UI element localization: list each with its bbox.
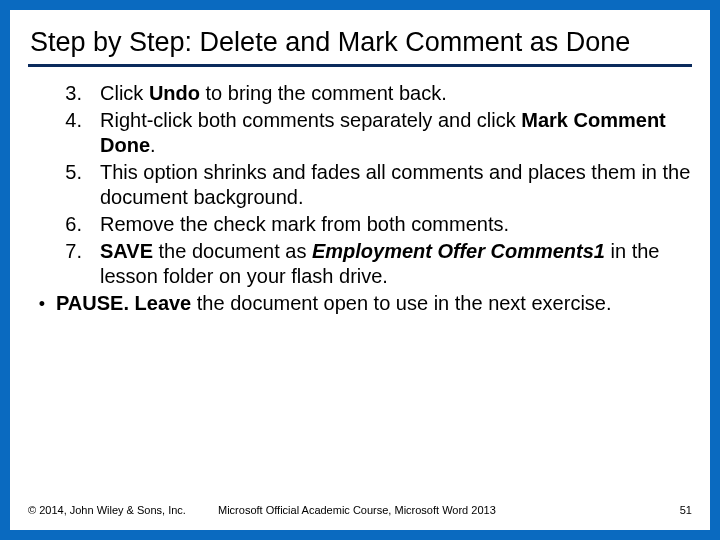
slide: Step by Step: Delete and Mark Comment as… — [0, 0, 720, 540]
step-number: 6. — [28, 212, 100, 237]
slide-title: Step by Step: Delete and Mark Comment as… — [30, 26, 690, 58]
footer-mid: Microsoft Official Academic Course, Micr… — [218, 504, 496, 516]
pause-text: PAUSE. Leave the document open to use in… — [56, 291, 692, 316]
list-item: 7. SAVE the document as Employment Offer… — [28, 239, 692, 289]
list-item: 3. Click Undo to bring the comment back. — [28, 81, 692, 106]
step-number: 4. — [28, 108, 100, 133]
step-number: 3. — [28, 81, 100, 106]
step-text: Right-click both comments separately and… — [100, 108, 692, 158]
step-list: 3. Click Undo to bring the comment back.… — [28, 81, 692, 289]
pause-row: • PAUSE. Leave the document open to use … — [28, 291, 692, 316]
footer-page-number: 51 — [680, 504, 692, 516]
step-text: This option shrinks and fades all commen… — [100, 160, 692, 210]
list-item: 5. This option shrinks and fades all com… — [28, 160, 692, 210]
footer-left: © 2014, John Wiley & Sons, Inc. — [28, 504, 186, 516]
step-text: Click Undo to bring the comment back. — [100, 81, 692, 106]
bullet-icon: • — [28, 291, 56, 316]
step-text: SAVE the document as Employment Offer Co… — [100, 239, 692, 289]
slide-content: 3. Click Undo to bring the comment back.… — [28, 81, 692, 316]
step-text: Remove the check mark from both comments… — [100, 212, 692, 237]
title-rule — [28, 64, 692, 67]
list-item: 4. Right-click both comments separately … — [28, 108, 692, 158]
step-number: 5. — [28, 160, 100, 185]
step-number: 7. — [28, 239, 100, 264]
list-item: 6. Remove the check mark from both comme… — [28, 212, 692, 237]
slide-footer: © 2014, John Wiley & Sons, Inc. Microsof… — [28, 504, 692, 516]
